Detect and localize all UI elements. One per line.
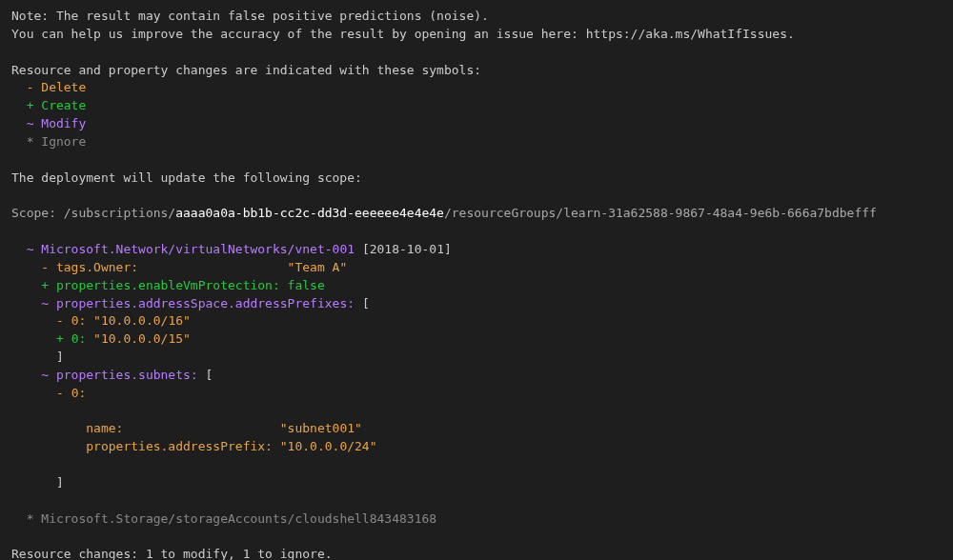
deployment-scope-header: The deployment will update the following… xyxy=(11,170,362,185)
addr-prefixes-symbol: ~ xyxy=(41,296,49,310)
subnet-item-index: 0: xyxy=(71,386,87,400)
subnet-addr-key: properties.addressPrefix: xyxy=(86,439,273,453)
tags-owner-key: tags.Owner: xyxy=(56,260,138,274)
subnet-name-value: "subnet001" xyxy=(280,421,362,435)
addr-old-index: 0: xyxy=(71,313,87,328)
subnet-addr-value: "10.0.0.0/24" xyxy=(280,439,377,453)
enable-vm-symbol: + xyxy=(41,278,49,292)
addr-prefixes-close: ] xyxy=(56,350,64,364)
subnet-item-symbol: - xyxy=(56,386,64,400)
addr-new-index: 0: xyxy=(71,331,87,346)
legend-delete-symbol: - xyxy=(27,80,34,94)
scope-prefix: Scope: /subscriptions/ xyxy=(11,206,175,220)
addr-prefixes-key: properties.addressSpace.addressPrefixes: xyxy=(56,296,355,310)
subnet-name-key: name: xyxy=(86,421,123,435)
resource-modify-name: Microsoft.Network/virtualNetworks/vnet-0… xyxy=(41,242,355,256)
resource-changes-summary: Resource changes: 1 to modify, 1 to igno… xyxy=(11,547,333,560)
legend-create-label: Create xyxy=(41,98,86,112)
note-line-2: You can help us improve the accuracy of … xyxy=(11,27,795,41)
addr-prefixes-open: [ xyxy=(362,296,370,310)
tags-owner-value: "Team A" xyxy=(288,260,348,274)
subnets-key: properties.subnets: xyxy=(56,368,198,382)
subnets-open: [ xyxy=(206,368,213,382)
resource-modify-api: [2018-10-01] xyxy=(362,242,452,256)
resource-modify-symbol: ~ xyxy=(27,242,34,256)
scope-suffix: /resourceGroups/learn-31a62588-9867-48a4… xyxy=(444,206,877,220)
scope-subscription-id: aaaa0a0a-bb1b-cc2c-dd3d-eeeeee4e4e4e xyxy=(175,206,444,220)
legend-modify-label: Modify xyxy=(41,116,86,130)
addr-new-value: "10.0.0.0/15" xyxy=(93,331,191,346)
resource-ignore-symbol: * xyxy=(27,511,34,526)
note-line-1: Note: The result may contain false posit… xyxy=(11,9,489,23)
addr-new-symbol: + xyxy=(56,331,64,346)
addr-old-symbol: - xyxy=(56,313,64,328)
enable-vm-key: properties.enableVmProtection: xyxy=(56,278,280,292)
addr-old-value: "10.0.0.0/16" xyxy=(93,313,191,328)
legend-ignore-label: Ignore xyxy=(41,134,86,149)
legend-ignore-symbol: * xyxy=(27,134,34,149)
subnets-close: ] xyxy=(56,475,64,490)
tags-owner-symbol: - xyxy=(41,260,49,274)
legend-delete-label: Delete xyxy=(41,80,86,94)
subnets-symbol: ~ xyxy=(41,368,49,382)
resource-ignore-name: Microsoft.Storage/storageAccounts/clouds… xyxy=(41,511,436,526)
terminal-output: Note: The result may contain false posit… xyxy=(11,8,942,560)
legend-create-symbol: + xyxy=(27,98,34,112)
enable-vm-value: false xyxy=(288,278,325,292)
legend-header: Resource and property changes are indica… xyxy=(11,63,481,77)
legend-modify-symbol: ~ xyxy=(27,116,34,130)
